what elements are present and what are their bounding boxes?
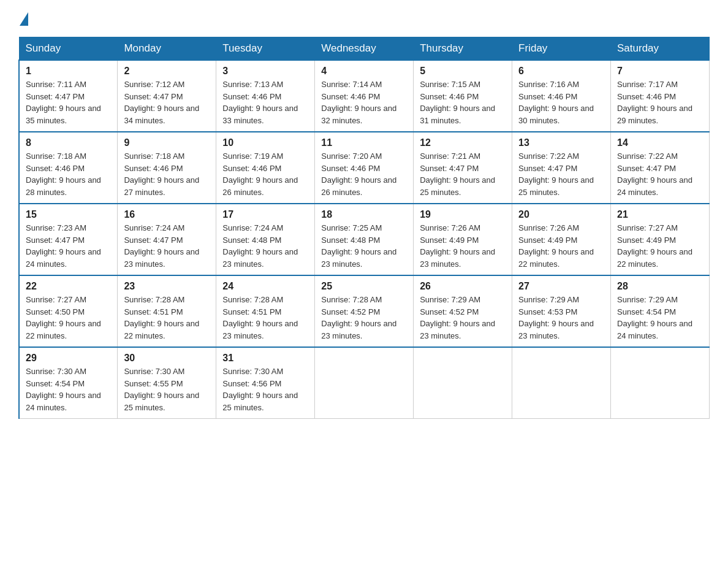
logo-text [18,12,29,26]
day-number: 17 [222,209,308,220]
day-info: Sunrise: 7:27 AMSunset: 4:50 PMDaylight:… [26,294,111,342]
calendar-cell [512,347,611,419]
calendar-week-row: 29Sunrise: 7:30 AMSunset: 4:54 PMDayligh… [19,347,710,419]
day-info: Sunrise: 7:24 AMSunset: 4:47 PMDaylight:… [124,222,210,270]
day-info: Sunrise: 7:24 AMSunset: 4:48 PMDaylight:… [222,222,308,270]
calendar-cell: 23Sunrise: 7:28 AMSunset: 4:51 PMDayligh… [118,275,216,347]
day-info: Sunrise: 7:28 AMSunset: 4:52 PMDaylight:… [321,294,407,342]
weekday-header-sunday: Sunday [19,37,118,61]
calendar-cell: 31Sunrise: 7:30 AMSunset: 4:56 PMDayligh… [216,347,315,419]
day-info: Sunrise: 7:29 AMSunset: 4:53 PMDaylight:… [518,294,604,342]
calendar-cell: 21Sunrise: 7:27 AMSunset: 4:49 PMDayligh… [611,204,710,275]
day-info: Sunrise: 7:20 AMSunset: 4:46 PMDaylight:… [321,150,407,198]
day-info: Sunrise: 7:30 AMSunset: 4:56 PMDaylight:… [222,366,308,413]
weekday-header-wednesday: Wednesday [315,37,414,61]
calendar-cell: 28Sunrise: 7:29 AMSunset: 4:54 PMDayligh… [611,275,710,347]
day-info: Sunrise: 7:17 AMSunset: 4:46 PMDaylight:… [617,79,703,126]
day-number: 8 [26,137,111,148]
day-info: Sunrise: 7:27 AMSunset: 4:49 PMDaylight:… [617,222,703,270]
day-info: Sunrise: 7:18 AMSunset: 4:46 PMDaylight:… [124,150,210,198]
day-number: 2 [124,66,210,77]
day-info: Sunrise: 7:14 AMSunset: 4:46 PMDaylight:… [321,79,407,126]
day-number: 7 [617,66,703,77]
calendar-cell: 19Sunrise: 7:26 AMSunset: 4:49 PMDayligh… [414,204,512,275]
calendar-cell: 8Sunrise: 7:18 AMSunset: 4:46 PMDaylight… [19,132,118,204]
day-number: 28 [617,281,703,292]
calendar-cell: 26Sunrise: 7:29 AMSunset: 4:52 PMDayligh… [414,275,512,347]
day-number: 3 [222,66,308,77]
calendar-cell: 25Sunrise: 7:28 AMSunset: 4:52 PMDayligh… [315,275,414,347]
calendar-cell: 20Sunrise: 7:26 AMSunset: 4:49 PMDayligh… [512,204,611,275]
calendar-cell: 5Sunrise: 7:15 AMSunset: 4:46 PMDaylight… [414,60,512,132]
day-number: 10 [222,137,308,148]
calendar-cell: 9Sunrise: 7:18 AMSunset: 4:46 PMDaylight… [118,132,216,204]
day-info: Sunrise: 7:15 AMSunset: 4:46 PMDaylight:… [420,79,506,126]
calendar-cell: 17Sunrise: 7:24 AMSunset: 4:48 PMDayligh… [216,204,315,275]
page-header [18,12,710,26]
calendar-cell: 6Sunrise: 7:16 AMSunset: 4:46 PMDaylight… [512,60,611,132]
day-number: 11 [321,137,407,148]
day-number: 30 [124,353,210,364]
day-number: 20 [518,209,604,220]
day-number: 6 [518,66,604,77]
day-info: Sunrise: 7:28 AMSunset: 4:51 PMDaylight:… [222,294,308,342]
weekday-header-thursday: Thursday [414,37,512,61]
day-number: 19 [420,209,506,220]
day-number: 26 [420,281,506,292]
day-info: Sunrise: 7:11 AMSunset: 4:47 PMDaylight:… [26,79,111,126]
weekday-header-row: SundayMondayTuesdayWednesdayThursdayFrid… [19,37,710,61]
day-number: 22 [26,281,111,292]
day-info: Sunrise: 7:23 AMSunset: 4:47 PMDaylight:… [26,222,111,270]
calendar-cell: 18Sunrise: 7:25 AMSunset: 4:48 PMDayligh… [315,204,414,275]
day-info: Sunrise: 7:16 AMSunset: 4:46 PMDaylight:… [518,79,604,126]
calendar-cell: 22Sunrise: 7:27 AMSunset: 4:50 PMDayligh… [19,275,118,347]
calendar-cell: 12Sunrise: 7:21 AMSunset: 4:47 PMDayligh… [414,132,512,204]
day-number: 1 [26,66,111,77]
logo [18,12,29,26]
weekday-header-friday: Friday [512,37,611,61]
calendar-header: SundayMondayTuesdayWednesdayThursdayFrid… [19,37,710,61]
calendar-cell [315,347,414,419]
day-info: Sunrise: 7:22 AMSunset: 4:47 PMDaylight:… [518,150,604,198]
calendar-cell [611,347,710,419]
weekday-header-tuesday: Tuesday [216,37,315,61]
calendar-cell: 16Sunrise: 7:24 AMSunset: 4:47 PMDayligh… [118,204,216,275]
calendar-cell: 10Sunrise: 7:19 AMSunset: 4:46 PMDayligh… [216,132,315,204]
calendar-body: 1Sunrise: 7:11 AMSunset: 4:47 PMDaylight… [19,60,710,419]
day-number: 25 [321,281,407,292]
calendar-cell: 3Sunrise: 7:13 AMSunset: 4:46 PMDaylight… [216,60,315,132]
calendar-cell: 27Sunrise: 7:29 AMSunset: 4:53 PMDayligh… [512,275,611,347]
day-number: 31 [222,353,308,364]
day-number: 5 [420,66,506,77]
day-number: 18 [321,209,407,220]
day-number: 12 [420,137,506,148]
day-number: 16 [124,209,210,220]
weekday-header-monday: Monday [118,37,216,61]
calendar-cell: 14Sunrise: 7:22 AMSunset: 4:47 PMDayligh… [611,132,710,204]
calendar-week-row: 22Sunrise: 7:27 AMSunset: 4:50 PMDayligh… [19,275,710,347]
day-number: 9 [124,137,210,148]
calendar-week-row: 1Sunrise: 7:11 AMSunset: 4:47 PMDaylight… [19,60,710,132]
calendar-cell: 15Sunrise: 7:23 AMSunset: 4:47 PMDayligh… [19,204,118,275]
day-info: Sunrise: 7:18 AMSunset: 4:46 PMDaylight:… [26,150,111,198]
day-number: 24 [222,281,308,292]
day-info: Sunrise: 7:13 AMSunset: 4:46 PMDaylight:… [222,79,308,126]
weekday-header-saturday: Saturday [611,37,710,61]
day-number: 23 [124,281,210,292]
calendar-week-row: 15Sunrise: 7:23 AMSunset: 4:47 PMDayligh… [19,204,710,275]
day-info: Sunrise: 7:29 AMSunset: 4:52 PMDaylight:… [420,294,506,342]
day-number: 13 [518,137,604,148]
day-info: Sunrise: 7:30 AMSunset: 4:54 PMDaylight:… [26,366,111,413]
calendar-cell: 29Sunrise: 7:30 AMSunset: 4:54 PMDayligh… [19,347,118,419]
calendar-cell: 7Sunrise: 7:17 AMSunset: 4:46 PMDaylight… [611,60,710,132]
day-info: Sunrise: 7:30 AMSunset: 4:55 PMDaylight:… [124,366,210,413]
day-number: 4 [321,66,407,77]
calendar-cell: 1Sunrise: 7:11 AMSunset: 4:47 PMDaylight… [19,60,118,132]
calendar-week-row: 8Sunrise: 7:18 AMSunset: 4:46 PMDaylight… [19,132,710,204]
calendar-cell: 2Sunrise: 7:12 AMSunset: 4:47 PMDaylight… [118,60,216,132]
day-number: 21 [617,209,703,220]
day-info: Sunrise: 7:29 AMSunset: 4:54 PMDaylight:… [617,294,703,342]
calendar-cell: 24Sunrise: 7:28 AMSunset: 4:51 PMDayligh… [216,275,315,347]
day-info: Sunrise: 7:12 AMSunset: 4:47 PMDaylight:… [124,79,210,126]
calendar-cell: 11Sunrise: 7:20 AMSunset: 4:46 PMDayligh… [315,132,414,204]
